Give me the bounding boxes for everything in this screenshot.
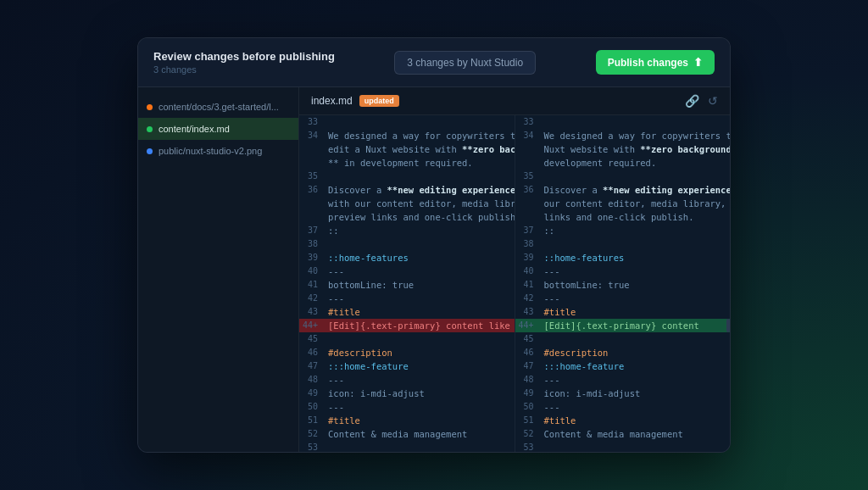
diff-line: 40--- xyxy=(299,264,515,278)
body: content/docs/3.get-started/l... content/… xyxy=(138,87,730,452)
tab-badge: updated xyxy=(359,95,399,107)
diff-line: 38 xyxy=(299,237,515,251)
diff-right-pane: 33 34We designed a way for copywriters t… xyxy=(515,115,731,452)
file-name-1: content/docs/3.get-started/l... xyxy=(159,102,279,112)
diff-line: 45 xyxy=(299,332,515,346)
diff-line: 47:::home-feature xyxy=(299,359,515,373)
diff-line: 33 xyxy=(515,115,731,129)
diff-line: 39::home-features xyxy=(299,251,515,264)
diff-line: 53 xyxy=(515,441,731,452)
diff-line: edit a Nuxt website with **zero backgrou… xyxy=(299,142,515,156)
diff-line: development required. xyxy=(515,156,731,170)
diff-line: 48--- xyxy=(515,373,731,387)
diff-line: 36Discover a **new editing experience** … xyxy=(515,183,731,197)
diff-line: 51#title xyxy=(515,414,731,427)
diff-line: 41bottomLine: true xyxy=(515,278,731,292)
diff-line: 39::home-features xyxy=(515,251,731,264)
diff-line: 50--- xyxy=(299,400,515,414)
file-name-3: public/nuxt-studio-v2.png xyxy=(159,146,262,156)
link-icon[interactable]: 🔗 xyxy=(685,94,699,108)
diff-line: 46#description xyxy=(299,346,515,359)
header-left: Review changes before publishing 3 chang… xyxy=(153,50,335,75)
diff-line: 53 xyxy=(299,441,515,452)
reset-icon[interactable]: ↺ xyxy=(708,94,718,108)
file-item-3[interactable]: public/nuxt-studio-v2.png xyxy=(138,140,298,162)
diff-line: with our content editor, media library, xyxy=(299,197,515,210)
diff-line: 52Content & media management xyxy=(515,427,731,441)
diff-line: 40--- xyxy=(515,264,731,278)
diff-line: 49icon: i-mdi-adjust xyxy=(515,387,731,400)
diff-line: 46#description xyxy=(515,346,731,359)
diff-line: 41bottomLine: true xyxy=(299,278,515,292)
file-dot-2 xyxy=(147,126,153,132)
diff-line: 45 xyxy=(515,332,731,346)
diff-line: Nuxt website with **zero background** in xyxy=(515,142,731,156)
tab-left: index.md updated xyxy=(311,95,399,107)
diff-line: ** in development required. xyxy=(299,156,515,170)
tab-actions: 🔗 ↺ xyxy=(685,94,718,108)
file-dot-1 xyxy=(147,104,153,110)
diff-line: 50--- xyxy=(515,400,731,414)
diff-area: index.md updated 🔗 ↺ 33 34We designed a … xyxy=(299,87,730,452)
sidebar: content/docs/3.get-started/l... content/… xyxy=(138,87,299,452)
diff-left-pane: 33 34We designed a way for copywriters t… xyxy=(299,115,515,452)
diff-line: 38 xyxy=(515,237,731,251)
diff-line: 43#title xyxy=(299,305,515,319)
tab-bar: index.md updated 🔗 ↺ xyxy=(299,87,730,115)
page-title: Review changes before publishing xyxy=(153,50,335,63)
diff-line: 34We designed a way for copywriters to xyxy=(299,129,515,142)
diff-line: 42--- xyxy=(515,292,731,305)
file-dot-3 xyxy=(147,148,153,154)
header: Review changes before publishing 3 chang… xyxy=(138,38,730,87)
diff-line: 43#title xyxy=(515,305,731,319)
diff-line: 33 xyxy=(299,115,515,129)
changes-label: 3 changes by Nuxt Studio xyxy=(394,51,536,75)
publish-icon: ⬆ xyxy=(693,56,703,69)
diff-container[interactable]: 33 34We designed a way for copywriters t… xyxy=(299,115,730,452)
diff-line: preview links and one-click publish. xyxy=(299,210,515,224)
diff-line: 49icon: i-mdi-adjust xyxy=(299,387,515,400)
file-item-2[interactable]: content/index.md xyxy=(138,118,298,140)
file-item-1[interactable]: content/docs/3.get-started/l... xyxy=(138,96,298,118)
diff-line: 35 xyxy=(515,170,731,183)
diff-line: 35 xyxy=(299,170,515,183)
diff-line: 37:: xyxy=(299,224,515,237)
changes-count: 3 changes xyxy=(153,64,335,75)
publish-label: Publish changes xyxy=(608,57,688,69)
diff-line: 34We designed a way for copywriters to e… xyxy=(515,129,731,142)
file-name-2: content/index.md xyxy=(159,124,230,134)
diff-line: 36Discover a **new editing experience** xyxy=(299,183,515,197)
main-window: Review changes before publishing 3 chang… xyxy=(137,37,731,453)
diff-line-added: 44+ [Edit]{.text-primary} content xyxy=(515,319,731,332)
diff-line: 52Content & media management xyxy=(299,427,515,441)
diff-line: 42--- xyxy=(299,292,515,305)
diff-line: links and one-click publish. xyxy=(515,210,731,224)
diff-line: 48--- xyxy=(299,373,515,387)
diff-line-removed: 44+[Edit]{.text-primary} content like in… xyxy=(299,319,515,332)
diff-line: 37:: xyxy=(515,224,731,237)
diff-line: 47:::home-feature xyxy=(515,359,731,373)
tab-filename: index.md xyxy=(311,95,353,107)
diff-line: 51#title xyxy=(299,414,515,427)
publish-button[interactable]: Publish changes ⬆ xyxy=(596,50,715,75)
diff-line: our content editor, media library, previ… xyxy=(515,197,731,210)
